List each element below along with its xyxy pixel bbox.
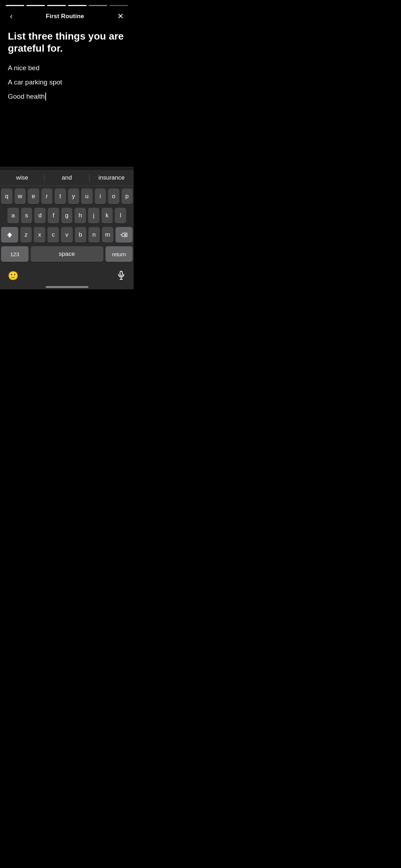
progress-segment-2 (26, 5, 45, 6)
progress-segment-5 (89, 5, 107, 6)
key-j[interactable]: j (88, 208, 99, 223)
key-shift[interactable] (1, 227, 18, 243)
emoji-button[interactable]: 🙂 (8, 271, 19, 281)
mic-icon[interactable] (117, 270, 126, 281)
progress-segment-4 (68, 5, 87, 6)
text-cursor (45, 93, 46, 100)
key-space[interactable]: space (31, 246, 103, 262)
key-y[interactable]: y (68, 188, 79, 204)
key-f[interactable]: f (48, 208, 59, 223)
key-return[interactable]: return (106, 246, 133, 262)
key-r[interactable]: r (41, 188, 53, 204)
answer-current-text: Good health (8, 93, 45, 100)
close-button[interactable]: ✕ (114, 10, 127, 22)
content-area: List three things you are grateful for. … (0, 27, 134, 100)
key-rows: q w e r t y u i o p a s d f g h j k l (0, 186, 134, 267)
answer-item-2: A car parking spot (8, 78, 126, 86)
home-indicator-row (0, 284, 134, 289)
key-x[interactable]: x (34, 227, 45, 243)
key-l[interactable]: l (115, 208, 126, 223)
key-u[interactable]: u (81, 188, 93, 204)
backspace-icon (120, 232, 128, 238)
progress-bar-row (0, 0, 134, 6)
key-s[interactable]: s (21, 208, 32, 223)
key-row-4: 123 space return (1, 246, 133, 262)
key-z[interactable]: z (20, 227, 32, 243)
autocomplete-insurance[interactable]: insurance (89, 171, 134, 185)
back-button[interactable]: ‹ (7, 10, 15, 22)
key-backspace[interactable] (115, 227, 133, 243)
shift-icon (6, 232, 13, 238)
key-d[interactable]: d (34, 208, 46, 223)
progress-segment-1 (6, 5, 24, 6)
progress-segment-3 (47, 5, 66, 6)
svg-rect-4 (120, 271, 123, 276)
autocomplete-wise[interactable]: wise (0, 171, 44, 185)
key-row-2: a s d f g h j k l (1, 208, 133, 223)
key-123[interactable]: 123 (1, 246, 29, 262)
key-row-3: z x c v b n m (1, 227, 133, 243)
key-v[interactable]: v (61, 227, 72, 243)
key-n[interactable]: n (88, 227, 100, 243)
nav-bar: ‹ First Routine ✕ (0, 6, 134, 27)
keyboard-container: wise and insurance q w e r t y u i o p a… (0, 170, 134, 289)
key-b[interactable]: b (75, 227, 86, 243)
home-indicator (46, 286, 88, 288)
progress-segment-6 (109, 5, 128, 6)
answer-current[interactable]: Good health (8, 93, 126, 100)
key-k[interactable]: k (102, 208, 113, 223)
key-w[interactable]: w (15, 188, 26, 204)
page-title: First Routine (46, 13, 84, 20)
key-row-1: q w e r t y u i o p (1, 188, 133, 204)
key-o[interactable]: o (108, 188, 119, 204)
bottom-bar: 🙂 (0, 267, 134, 284)
question-title: List three things you are grateful for. (8, 30, 126, 54)
key-m[interactable]: m (102, 227, 113, 243)
key-e[interactable]: e (28, 188, 39, 204)
key-g[interactable]: g (61, 208, 73, 223)
key-a[interactable]: a (7, 208, 19, 223)
key-h[interactable]: h (74, 208, 86, 223)
answer-item-1: A nice bed (8, 64, 126, 72)
autocomplete-and[interactable]: and (45, 171, 89, 185)
key-c[interactable]: c (47, 227, 59, 243)
key-q[interactable]: q (1, 188, 12, 204)
autocomplete-row: wise and insurance (0, 170, 134, 186)
key-i[interactable]: i (95, 188, 106, 204)
key-t[interactable]: t (55, 188, 66, 204)
key-p[interactable]: p (122, 188, 133, 204)
